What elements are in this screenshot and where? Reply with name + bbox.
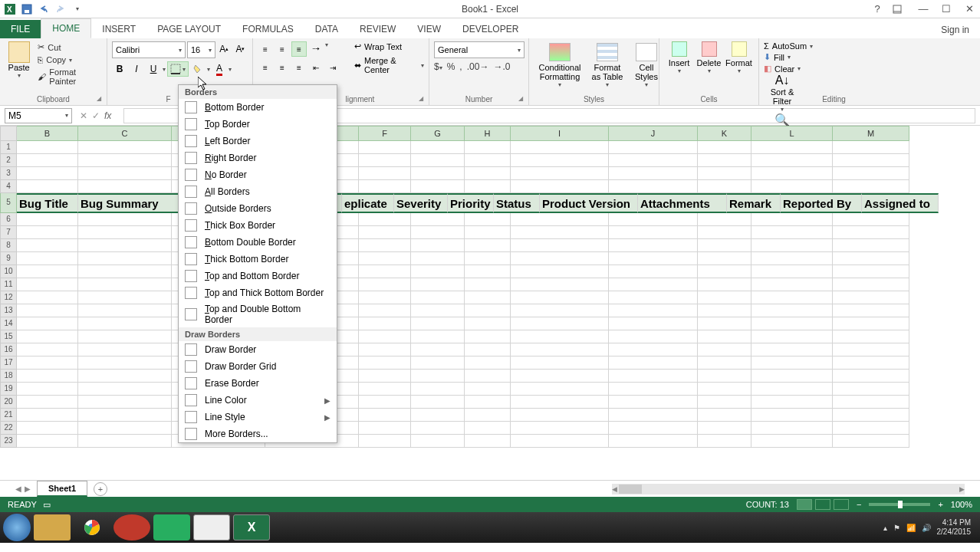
cell-J17[interactable] [609,356,698,370]
number-dialog-icon[interactable]: ◢ [518,95,526,103]
border-option-draw-border[interactable]: Draw Border [179,341,337,358]
cell-F12[interactable] [359,291,411,304]
cancel-formula-icon[interactable]: ✕ [80,110,87,121]
cell-M14[interactable] [833,317,909,330]
cell-J2[interactable] [609,154,698,167]
row-header-22[interactable]: 22 [0,422,17,435]
row-header-16[interactable]: 16 [0,343,17,356]
cell-J10[interactable] [609,265,698,278]
row-header-13[interactable]: 13 [0,304,17,317]
maximize-icon[interactable]: ☐ [939,3,954,15]
cell-H20[interactable] [465,396,511,409]
cell-H13[interactable] [465,304,511,317]
cell-I10[interactable] [511,265,609,278]
cell-C23[interactable] [78,435,172,448]
cell-I2[interactable] [511,154,609,167]
sort-filter-button[interactable]: A↓Sort & Filter▾ [764,74,801,113]
page-layout-view-icon[interactable] [815,499,830,510]
page-break-view-icon[interactable] [834,499,849,510]
cell-L11[interactable] [751,278,833,291]
align-right-icon[interactable]: ≡ [291,60,307,75]
cell-L10[interactable] [751,265,833,278]
cell-M20[interactable] [833,396,909,409]
cell-J12[interactable] [609,291,698,304]
cell-G9[interactable] [411,252,465,265]
row-header-2[interactable]: 2 [0,154,17,167]
cell-I23[interactable] [511,435,609,448]
cell-K17[interactable] [698,356,751,370]
border-option-bottom-double-border[interactable]: Bottom Double Border [179,234,337,251]
row-header-1[interactable]: 1 [0,141,17,154]
column-header-K[interactable]: K [698,126,751,141]
cell-M11[interactable] [833,278,909,291]
comma-icon[interactable]: , [459,61,462,72]
cell-K22[interactable] [698,422,751,435]
column-header-M[interactable]: M [833,126,909,141]
cell-I20[interactable] [511,396,609,409]
cell-I22[interactable] [511,422,609,435]
fill-color-dropdown-icon[interactable]: ▾ [207,66,210,73]
tab-review[interactable]: REVIEW [349,20,406,38]
cell-I21[interactable] [511,409,609,422]
cell-I7[interactable] [511,226,609,239]
cell-J14[interactable] [609,317,698,330]
cell-C14[interactable] [78,317,172,330]
cell-L6[interactable] [751,213,833,226]
cell-M3[interactable] [833,167,909,180]
cell-L8[interactable] [751,239,833,252]
format-as-table-button[interactable]: Format as Table▾ [586,41,629,102]
border-option-top-and-thick-bottom-border[interactable]: Top and Thick Bottom Border [179,284,337,301]
cell-I15[interactable] [511,330,609,343]
border-option-bottom-border[interactable]: Bottom Border [179,99,337,116]
cell-K14[interactable] [698,317,751,330]
tab-file[interactable]: FILE [0,20,41,38]
cell-K7[interactable] [698,226,751,239]
column-header-L[interactable]: L [751,126,833,141]
cell-G11[interactable] [411,278,465,291]
cell-L9[interactable] [751,252,833,265]
cell-H22[interactable] [465,422,511,435]
cell-I18[interactable] [511,370,609,383]
bold-button[interactable]: B [112,61,127,77]
cell-K15[interactable] [698,330,751,343]
cell-L7[interactable] [751,226,833,239]
sign-in-link[interactable]: Sign in [941,25,980,38]
cell-H6[interactable] [465,213,511,226]
more-borders-item[interactable]: More Borders... [179,426,337,442]
cell-L17[interactable] [751,356,833,370]
cell-M5[interactable]: Reported By [781,193,862,213]
cell-B21[interactable] [17,409,78,422]
cell-M1[interactable] [833,141,909,154]
cell-J6[interactable] [609,213,698,226]
row-header-23[interactable]: 23 [0,435,17,448]
cell-G2[interactable] [411,154,465,167]
cell-C1[interactable] [78,141,172,154]
border-option-outside-borders[interactable]: Outside Borders [179,200,337,217]
sheet-nav-prev-icon[interactable]: ◀ [15,485,21,493]
italic-button[interactable]: I [129,61,144,77]
cell-J20[interactable] [609,396,698,409]
cell-B12[interactable] [17,291,78,304]
align-top-icon[interactable]: ≡ [258,41,273,57]
cell-B16[interactable] [17,343,78,356]
tray-network-icon[interactable]: 📶 [906,524,916,532]
row-header-17[interactable]: 17 [0,356,17,370]
cell-J15[interactable] [609,330,698,343]
border-option-no-border[interactable]: No Border [179,166,337,183]
cell-C16[interactable] [78,343,172,356]
tab-formulas[interactable]: FORMULAS [232,20,304,38]
cell-C11[interactable] [78,278,172,291]
cell-G15[interactable] [411,330,465,343]
cell-B18[interactable] [17,370,78,383]
wrap-text-button[interactable]: ↩Wrap Text [354,41,424,51]
decrease-font-icon[interactable]: A▾ [233,41,248,57]
cell-J19[interactable] [609,383,698,396]
cell-G4[interactable] [411,180,465,193]
cell-B8[interactable] [17,239,78,252]
row-header-4[interactable]: 4 [0,180,17,193]
cell-M18[interactable] [833,370,909,383]
align-bottom-icon[interactable]: ≡ [291,41,307,57]
cell-B17[interactable] [17,356,78,370]
border-option-thick-bottom-border[interactable]: Thick Bottom Border [179,251,337,268]
cell-C12[interactable] [78,291,172,304]
